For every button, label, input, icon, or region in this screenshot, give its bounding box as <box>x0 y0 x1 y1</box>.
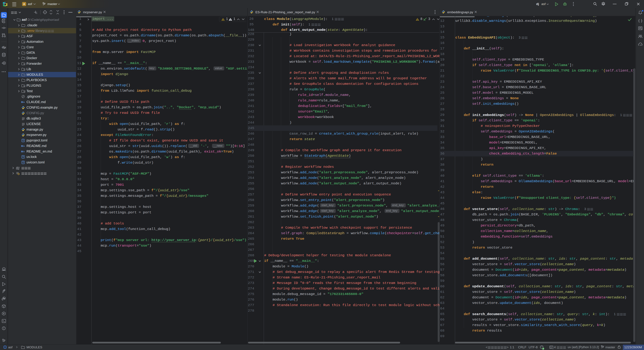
svg-text:M: M <box>21 150 23 153</box>
svg-text:M: M <box>21 145 23 147</box>
svg-text:dj: dj <box>2 45 5 49</box>
svg-text:PC: PC <box>4 3 6 4</box>
svg-text:M: M <box>21 101 23 103</box>
